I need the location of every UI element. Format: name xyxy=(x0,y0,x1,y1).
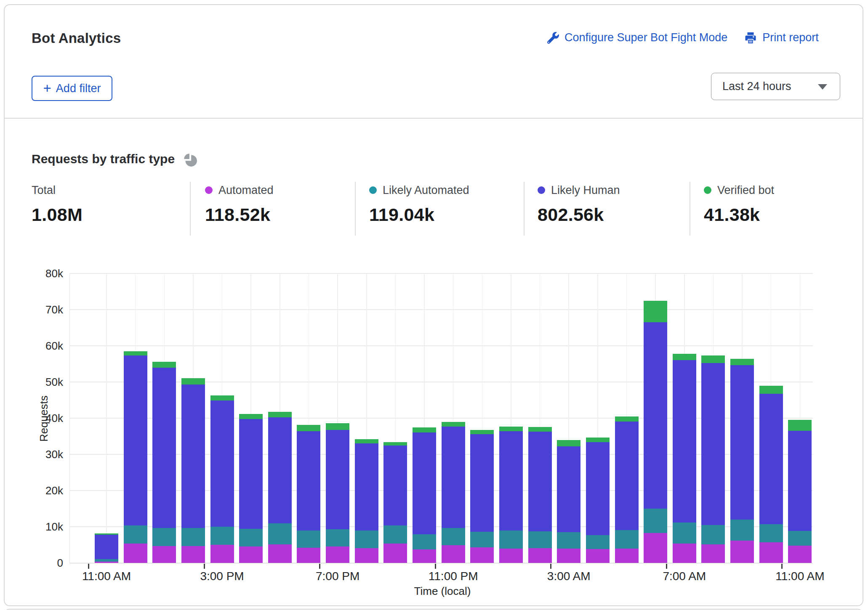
bar-segment-likely-automated[interactable] xyxy=(124,525,147,544)
bar-segment-verified-bot[interactable] xyxy=(297,425,320,431)
bar-segment-automated[interactable] xyxy=(383,544,407,563)
bar-segment-likely-human[interactable] xyxy=(297,431,320,530)
bar-segment-verified-bot[interactable] xyxy=(268,412,292,417)
bar-segment-likely-automated[interactable] xyxy=(355,530,378,548)
bar-segment-likely-automated[interactable] xyxy=(499,530,523,549)
bar-segment-likely-human[interactable] xyxy=(152,368,176,528)
bar-segment-verified-bot[interactable] xyxy=(181,378,205,385)
bar-segment-automated[interactable] xyxy=(673,544,696,563)
bar-segment-verified-bot[interactable] xyxy=(788,420,812,431)
bar-segment-verified-bot[interactable] xyxy=(124,351,147,355)
bar-segment-likely-human[interactable] xyxy=(759,394,783,524)
bar-segment-likely-human[interactable] xyxy=(586,442,610,535)
bar-segment-likely-automated[interactable] xyxy=(413,534,436,549)
bar-segment-automated[interactable] xyxy=(413,549,436,563)
bar-segment-likely-human[interactable] xyxy=(383,446,407,525)
bar-segment-verified-bot[interactable] xyxy=(442,422,465,426)
bar-segment-likely-automated[interactable] xyxy=(528,531,552,548)
bar-segment-likely-human[interactable] xyxy=(701,363,725,525)
bar-segment-likely-automated[interactable] xyxy=(557,532,580,549)
bar-segment-verified-bot[interactable] xyxy=(326,423,349,430)
bar-segment-automated[interactable] xyxy=(95,562,118,563)
bar-segment-likely-automated[interactable] xyxy=(673,522,696,544)
bar-segment-likely-automated[interactable] xyxy=(586,535,610,549)
bar-segment-automated[interactable] xyxy=(528,548,552,563)
bar-segment-likely-human[interactable] xyxy=(557,446,580,532)
bar-segment-verified-bot[interactable] xyxy=(210,395,234,400)
bar-segment-likely-automated[interactable] xyxy=(95,559,118,561)
bar-segment-automated[interactable] xyxy=(326,546,349,563)
bar-segment-verified-bot[interactable] xyxy=(152,362,176,368)
bar-segment-likely-human[interactable] xyxy=(181,385,205,528)
bar-segment-likely-automated[interactable] xyxy=(210,527,234,545)
bar-segment-likely-human[interactable] xyxy=(528,432,552,531)
bar-segment-likely-automated[interactable] xyxy=(788,531,812,545)
bar-segment-likely-automated[interactable] xyxy=(297,530,320,548)
bar-segment-likely-human[interactable] xyxy=(673,360,696,522)
bar-segment-automated[interactable] xyxy=(615,549,639,563)
bar-segment-verified-bot[interactable] xyxy=(239,414,263,419)
bar-segment-automated[interactable] xyxy=(152,546,176,563)
bar-segment-likely-human[interactable] xyxy=(239,419,263,529)
stat-likely-human[interactable]: Likely Human 802.56k xyxy=(538,183,620,225)
bar-segment-likely-human[interactable] xyxy=(413,432,436,534)
bar-segment-likely-automated[interactable] xyxy=(701,525,725,544)
bar-segment-likely-automated[interactable] xyxy=(326,529,349,546)
bar-segment-verified-bot[interactable] xyxy=(673,354,696,360)
bar-segment-likely-human[interactable] xyxy=(644,322,667,509)
bar-segment-likely-human[interactable] xyxy=(499,431,523,530)
bar-segment-verified-bot[interactable] xyxy=(383,442,407,446)
bar-segment-automated[interactable] xyxy=(297,548,320,563)
bar-segment-likely-automated[interactable] xyxy=(383,525,407,544)
bar-segment-automated[interactable] xyxy=(788,546,812,563)
bar-segment-likely-automated[interactable] xyxy=(615,530,639,549)
bar-segment-automated[interactable] xyxy=(239,546,263,563)
bar-segment-verified-bot[interactable] xyxy=(730,359,754,365)
bar-segment-automated[interactable] xyxy=(355,548,378,563)
bar-segment-verified-bot[interactable] xyxy=(586,438,610,442)
bar-segment-likely-automated[interactable] xyxy=(152,528,176,546)
bar-segment-automated[interactable] xyxy=(701,544,725,563)
add-filter-button[interactable]: + Add filter xyxy=(32,76,112,101)
stat-likely-automated[interactable]: Likely Automated 119.04k xyxy=(369,183,469,225)
bar-segment-likely-human[interactable] xyxy=(355,443,378,530)
bar-segment-likely-automated[interactable] xyxy=(644,509,667,533)
bar-segment-likely-human[interactable] xyxy=(730,365,754,519)
bar-segment-automated[interactable] xyxy=(586,549,610,563)
bar-segment-verified-bot[interactable] xyxy=(470,430,494,434)
bar-segment-verified-bot[interactable] xyxy=(95,533,118,535)
bar-segment-likely-human[interactable] xyxy=(326,430,349,530)
bar-segment-automated[interactable] xyxy=(499,549,523,563)
bar-segment-automated[interactable] xyxy=(181,546,205,563)
bar-segment-verified-bot[interactable] xyxy=(355,439,378,443)
bar-segment-automated[interactable] xyxy=(210,545,234,563)
bar-segment-likely-automated[interactable] xyxy=(181,528,205,546)
bar-segment-verified-bot[interactable] xyxy=(759,386,783,394)
time-range-select[interactable]: Last 24 hours xyxy=(711,73,840,100)
bar-segment-likely-human[interactable] xyxy=(124,355,147,525)
bar-segment-likely-automated[interactable] xyxy=(730,520,754,541)
bar-segment-automated[interactable] xyxy=(124,544,147,563)
bar-segment-likely-automated[interactable] xyxy=(268,523,292,544)
bar-segment-automated[interactable] xyxy=(557,549,580,563)
bar-segment-likely-human[interactable] xyxy=(210,400,234,527)
bar-segment-likely-human[interactable] xyxy=(788,431,812,531)
bar-segment-automated[interactable] xyxy=(759,542,783,563)
bar-segment-automated[interactable] xyxy=(268,544,292,563)
bar-segment-likely-automated[interactable] xyxy=(470,532,494,547)
bar-segment-verified-bot[interactable] xyxy=(528,427,552,432)
bar-segment-verified-bot[interactable] xyxy=(499,427,523,431)
bar-segment-likely-human[interactable] xyxy=(615,422,639,530)
bar-segment-verified-bot[interactable] xyxy=(701,355,725,363)
bar-segment-likely-human[interactable] xyxy=(442,427,465,528)
bar-segment-likely-human[interactable] xyxy=(95,535,118,559)
bar-segment-verified-bot[interactable] xyxy=(413,427,436,432)
bar-segment-automated[interactable] xyxy=(442,545,465,563)
bar-segment-automated[interactable] xyxy=(470,547,494,563)
bar-segment-likely-human[interactable] xyxy=(470,434,494,532)
stat-automated[interactable]: Automated 118.52k xyxy=(205,183,274,225)
bar-segment-automated[interactable] xyxy=(730,541,754,563)
stat-verified-bot[interactable]: Verified bot 41.38k xyxy=(704,183,774,225)
bar-segment-automated[interactable] xyxy=(644,533,667,563)
print-report-link[interactable]: Print report xyxy=(744,31,819,44)
